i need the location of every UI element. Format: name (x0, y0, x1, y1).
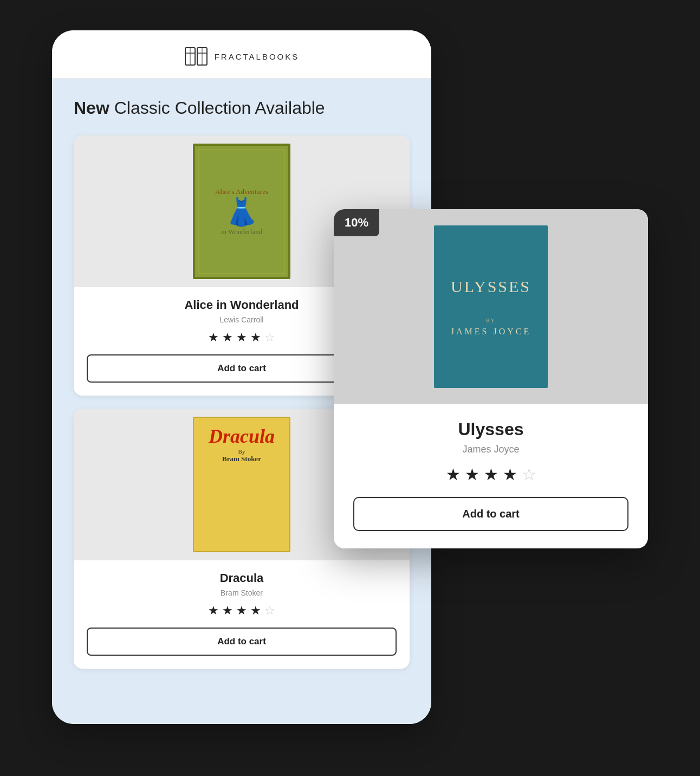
star-u2: ★ (465, 465, 479, 484)
star-d4: ★ (250, 604, 261, 618)
featured-book-title: Ulysses (353, 419, 628, 439)
app-header: FRACTALBOOKS (52, 30, 431, 79)
logo-icon (184, 46, 208, 67)
brand-name: FRACTALBOOKS (215, 52, 300, 61)
featured-card-ulysses: 10% ULYSSES BY JAMES JOYCE Ulysses James… (334, 209, 648, 548)
star-5: ☆ (264, 331, 275, 345)
star-4: ★ (250, 331, 261, 345)
star-u5: ☆ (522, 465, 536, 484)
featured-cover-area: 10% ULYSSES BY JAMES JOYCE (334, 209, 648, 404)
star-d2: ★ (222, 604, 233, 618)
star-1: ★ (208, 331, 219, 345)
dracula-title-text: Dracula (209, 426, 275, 446)
dracula-author-text: Bram Stoker (222, 455, 261, 463)
ulysses-cover-title: ULYSSES (451, 277, 531, 296)
star-2: ★ (222, 331, 233, 345)
discount-badge: 10% (334, 209, 379, 236)
scene: FRACTALBOOKS New Classic Collection Avai… (52, 30, 648, 746)
ulysses-cover-author: JAMES JOYCE (451, 327, 531, 337)
book-info-dracula: Dracula Bram Stoker ★ ★ ★ ★ ☆ Add to car… (74, 571, 410, 656)
book-author-dracula: Bram Stoker (87, 589, 397, 597)
book-title-dracula: Dracula (87, 571, 397, 585)
featured-book-author: James Joyce (353, 444, 628, 455)
star-3: ★ (236, 331, 247, 345)
star-d5: ☆ (264, 604, 275, 618)
star-u3: ★ (484, 465, 498, 484)
add-to-cart-ulysses[interactable]: Add to cart (353, 497, 628, 531)
alice-cover-art: Alice's Adventures 👗 in Wonderland (193, 144, 290, 279)
featured-book-info: Ulysses James Joyce ★ ★ ★ ★ ☆ Add to car… (334, 404, 648, 548)
ulysses-cover-by: BY (486, 318, 496, 324)
featured-stars: ★ ★ ★ ★ ☆ (353, 465, 628, 484)
add-to-cart-dracula[interactable]: Add to cart (87, 628, 397, 656)
star-u1: ★ (446, 465, 461, 484)
stars-dracula: ★ ★ ★ ★ ☆ (87, 604, 397, 618)
dracula-by-text: By (238, 448, 245, 455)
star-d3: ★ (236, 604, 247, 618)
dracula-cover-art: Dracula By Bram Stoker (193, 417, 290, 552)
star-u4: ★ (503, 465, 517, 484)
star-d1: ★ (208, 604, 219, 618)
section-title: New Classic Collection Available (74, 98, 410, 118)
ulysses-cover-art: ULYSSES BY JAMES JOYCE (434, 225, 548, 388)
